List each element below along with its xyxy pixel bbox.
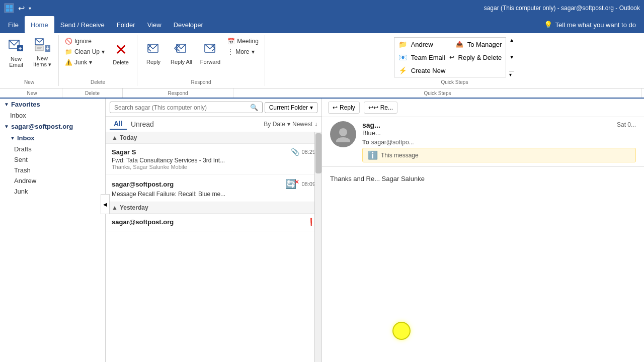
email-item-2-header: sagar@softpost.org 🔄 ✕ 08:09 <box>112 178 315 190</box>
recall-x-icon: ✕ <box>294 178 299 186</box>
folder-dropdown[interactable]: Current Folder ▾ <box>265 102 317 113</box>
email-item-1-header: Sagar S 📎 08:29 <box>112 148 315 156</box>
ribbon-labels-bar: New Delete Respond Quick Steps <box>0 88 644 99</box>
reading-sender: sag... <box>362 121 380 129</box>
ribbon-new-content: NewEmail NewItems ▾ <box>4 36 54 78</box>
qs-andrew-label: Andrew <box>411 41 433 48</box>
reply-all-button[interactable]: Reply All <box>168 36 195 69</box>
new-email-label: NewEmail <box>9 56 23 68</box>
new-items-button[interactable]: NewItems ▾ <box>30 36 54 69</box>
sent-label: Sent <box>14 156 28 163</box>
reading-reply-button[interactable]: ↩ Reply <box>328 102 360 114</box>
to-address: sagar@softpo... <box>371 139 414 146</box>
email-1-time: 08:29 <box>301 149 315 155</box>
qs-create-new[interactable]: ⚡ Create New <box>394 64 506 77</box>
email-3-sender: sagar@softpost.org <box>112 218 174 226</box>
menu-view[interactable]: View <box>141 16 168 33</box>
inbox-fav-label: Inbox <box>10 112 26 119</box>
filter-unread-button[interactable]: Unread <box>127 119 158 129</box>
filter-sort[interactable]: By Date ▾ Newest ↓ <box>264 121 317 128</box>
cleanup-button[interactable]: 📁 Clean Up ▾ <box>63 47 107 57</box>
reading-re-button[interactable]: ↩↩ Re... <box>364 102 397 114</box>
window-title: sagar (This computer only) - sagar@softp… <box>484 5 640 12</box>
qs-andrew-icon: 📁 <box>398 40 407 48</box>
qs-andrew[interactable]: 📁 Andrew 📤 To Manager <box>394 38 506 51</box>
reading-header: sag... Sat 0... Blue... To sagar@softpo.… <box>322 117 644 167</box>
quick-access-dropdown[interactable]: ▾ <box>29 6 31 11</box>
folder-dropdown-arrow: ▾ <box>310 104 313 111</box>
scrollbar-track[interactable] <box>314 132 321 362</box>
cleanup-label: Clean Up <box>74 48 100 55</box>
ribbon-new-label: New <box>24 79 34 85</box>
sidebar-item-andrew[interactable]: Andrew <box>0 175 105 186</box>
sidebar-item-trash[interactable]: Trash <box>0 165 105 175</box>
menu-folder[interactable]: Folder <box>111 16 141 33</box>
sidebar-favorites-header[interactable]: ▼ Favorites <box>0 99 105 110</box>
ribbon-group-new: NewEmail NewItems ▾ <box>0 35 59 86</box>
email-1-sender: Sagar S <box>112 148 136 156</box>
email-item-3[interactable]: sagar@softpost.org ❗ <box>106 214 321 231</box>
trash-label: Trash <box>14 166 31 174</box>
ignore-icon: 🚫 <box>65 38 72 45</box>
sidebar-collapse-button[interactable]: ◀ <box>101 194 110 214</box>
menu-send-receive[interactable]: Send / Receive <box>54 16 111 33</box>
delete-button[interactable]: ✕ Delete <box>109 36 133 69</box>
undo-button[interactable]: ↩ <box>18 4 25 13</box>
email-list-panel: 🔍 Current Folder ▾ All Unread By Date ▾ … <box>106 99 322 362</box>
ribbon-delete-content: 🚫 Ignore 📁 Clean Up ▾ ⚠️ Junk ▾ ✕ Delete <box>63 36 133 78</box>
sidebar-item-sent[interactable]: Sent <box>0 154 105 165</box>
qs-team-email-label: Team Email <box>411 54 445 61</box>
title-bar-left: ↩ ▾ <box>4 3 31 13</box>
qs-more[interactable]: ▾ <box>509 71 514 77</box>
search-box[interactable]: 🔍 <box>110 102 263 113</box>
qs-create-icon: ⚡ <box>398 66 407 74</box>
search-input[interactable] <box>114 104 248 111</box>
reading-subject: Blue... <box>362 129 636 137</box>
search-icon[interactable]: 🔍 <box>250 104 258 111</box>
menu-file[interactable]: File <box>2 16 25 33</box>
qs-reply-delete-icon: ↩ <box>449 54 454 61</box>
ignore-label: Ignore <box>74 38 92 45</box>
menu-bar: File Home Send / Receive Folder View Dev… <box>0 16 644 33</box>
junk-button[interactable]: ⚠️ Junk ▾ <box>63 57 107 67</box>
reading-re-label: Re... <box>380 104 393 111</box>
sidebar-inbox-header[interactable]: ▼ Inbox <box>0 132 105 144</box>
lightbulb-icon: 💡 <box>544 21 552 29</box>
reading-reply-label: Reply <box>340 104 355 111</box>
reply-button[interactable]: Reply <box>141 36 166 69</box>
account-arrow: ▼ <box>4 124 9 129</box>
qs-scroll-down[interactable]: ▼ <box>509 54 514 60</box>
tell-me-input[interactable]: 💡 Tell me what you want to do <box>538 19 642 31</box>
ignore-button[interactable]: 🚫 Ignore <box>63 36 107 46</box>
info-message: This message <box>381 152 419 159</box>
email-item-1[interactable]: Sagar S 📎 08:29 Fwd: Tata Consultancy Se… <box>106 144 321 174</box>
sidebar-account-header[interactable]: ▼ sagar@softpost.org <box>0 121 105 132</box>
attachment-icon: 📎 <box>291 148 299 156</box>
filter-all-button[interactable]: All <box>110 119 127 130</box>
menu-developer[interactable]: Developer <box>168 16 209 33</box>
qs-scroll-up[interactable]: ▲ <box>509 37 514 43</box>
scrollbar-thumb[interactable] <box>315 133 321 173</box>
group-yesterday: ▲ Yesterday <box>106 202 321 214</box>
qs-team-email[interactable]: 📧 Team Email ↩ Reply & Delete <box>394 51 506 64</box>
more-respond-button[interactable]: ⋮ More ▾ <box>225 47 261 57</box>
meeting-button[interactable]: 📅 Meeting <box>225 36 261 46</box>
menu-home[interactable]: Home <box>25 16 54 33</box>
drafts-label: Drafts <box>14 145 32 153</box>
filter-bar: All Unread By Date ▾ Newest ↓ <box>106 117 321 132</box>
favorites-arrow: ▼ <box>4 102 9 107</box>
sidebar-item-drafts[interactable]: Drafts <box>0 144 105 154</box>
forward-button[interactable]: Forward <box>197 36 223 69</box>
more-dropdown: ▾ <box>252 48 255 55</box>
qs-to-manager-icon: 📤 <box>456 41 463 48</box>
tell-me-label: Tell me what you want to do <box>555 21 636 29</box>
new-email-button[interactable]: NewEmail <box>4 36 28 69</box>
delete-label: Delete <box>113 59 129 65</box>
ribbon-delete-small: 🚫 Ignore 📁 Clean Up ▾ ⚠️ Junk ▾ <box>63 36 107 67</box>
sidebar-item-inbox-fav[interactable]: Inbox <box>0 110 105 121</box>
ribbon-delete-group-label: Delete <box>91 79 105 85</box>
reading-meta-section: sag... Sat 0... Blue... To sagar@softpo.… <box>362 121 636 162</box>
email-list-scroll[interactable]: ▲ Today Sagar S 📎 08:29 Fwd: Tata Consul… <box>106 132 321 362</box>
email-item-2[interactable]: sagar@softpost.org 🔄 ✕ 08:09 Message Rec… <box>106 174 321 202</box>
sidebar-item-junk[interactable]: Junk <box>0 186 105 197</box>
